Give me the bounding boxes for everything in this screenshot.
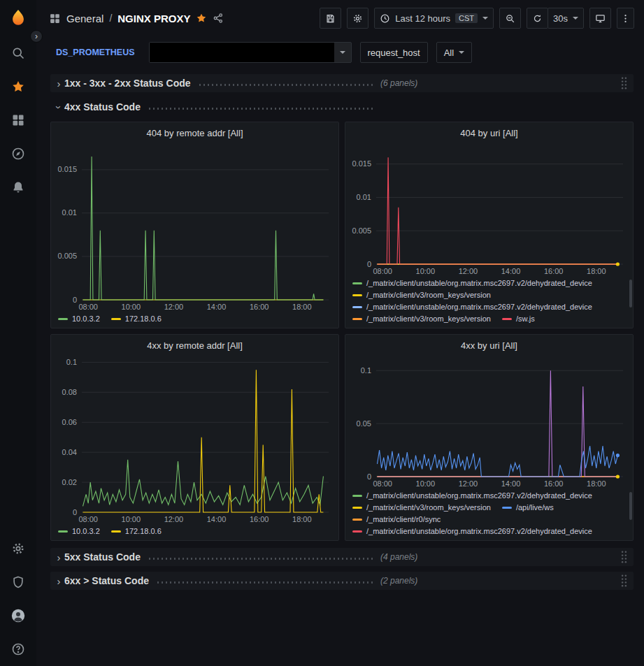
request-host-value-select[interactable]: All [436,42,472,63]
avatar [11,609,25,623]
drag-handle-icon[interactable] [620,574,628,588]
legend-scrollbar[interactable] [629,280,632,307]
breadcrumb-section[interactable]: General [66,13,103,24]
dashboard-settings-button[interactable] [347,8,368,29]
legend-label: 10.0.3.2 [72,314,100,323]
row-1xx-3xx-2xx[interactable]: › 1xx - 3xx - 2xx Status Code (6 panels) [50,74,634,92]
share-icon[interactable] [213,13,224,24]
panel-legend: 10.0.3.2172.18.0.6 [51,525,338,540]
svg-text:18:00: 18:00 [587,479,606,488]
sidebar-item-server-admin[interactable] [0,565,36,599]
row-4xx[interactable]: › 4xx Status Code [50,98,634,116]
legend-item[interactable]: /_matrix/client/v3/room_keys/version [352,503,491,512]
zoom-out-button[interactable] [499,8,521,29]
row-5xx[interactable]: › 5xx Status Code (4 panels) [50,548,634,566]
svg-text:0.06: 0.06 [62,418,77,426]
row-panel-count: (2 panels) [380,576,417,586]
legend-item[interactable]: 10.0.3.2 [58,314,100,323]
tv-mode-button[interactable] [589,8,611,29]
legend-item[interactable]: /_matrix/client/unstable/org.matrix.msc2… [352,491,592,500]
legend-label: /_matrix/client/v3/room_keys/version [366,291,491,299]
grafana-logo[interactable] [0,0,36,36]
legend-item[interactable]: /_matrix/client/v3/room_keys/version [352,291,491,299]
legend-item[interactable]: 172.18.0.6 [111,314,162,323]
timeseries-chart[interactable]: 00.050.108:0010:0012:0014:0016:0018:00 [345,352,633,489]
sidebar-collapse-button[interactable]: › [30,30,43,43]
legend-swatch [352,306,362,308]
sidebar-item-help[interactable] [0,632,36,666]
legend-swatch [58,530,68,533]
dashboard-grid-icon [49,13,61,24]
save-dashboard-button[interactable] [320,8,341,29]
legend-item[interactable]: /_matrix/client/v3/room_keys/version [352,314,491,323]
sidebar-item-search[interactable] [0,36,36,70]
legend-label: /_matrix/client/v3/room_keys/version [366,503,491,512]
svg-text:0.05: 0.05 [357,419,371,428]
panel-4xx-by-uri: 4xx by uri [All] 00.050.108:0010:0012:00… [345,334,634,541]
legend-swatch [111,318,121,320]
timeseries-chart[interactable]: 00.020.040.060.080.108:0010:0012:0014:00… [51,352,338,525]
row-6xx[interactable]: › 6xx > Status Code (2 panels) [50,572,634,590]
panel-404-by-remote-addr: 404 by remote addr [All] 00.0050.010.015… [50,122,339,328]
svg-text:0: 0 [367,472,371,481]
svg-text:16:00: 16:00 [544,267,564,275]
sidebar-item-alerting[interactable] [0,171,36,204]
refresh-interval-select[interactable]: 30s [548,8,584,29]
svg-text:0.04: 0.04 [62,448,77,456]
panel-title[interactable]: 404 by uri [All] [345,122,633,140]
row-title: 1xx - 3xx - 2xx Status Code [64,78,191,89]
favorite-star-icon[interactable] [196,13,207,24]
timeseries-chart[interactable]: 00.0050.010.01508:0010:0012:0014:0016:00… [345,140,633,277]
legend-label: 10.0.3.2 [72,527,100,535]
drag-handle-icon[interactable] [620,550,628,564]
svg-text:0.1: 0.1 [361,366,371,375]
sidebar-item-explore[interactable] [0,137,36,171]
legend-scrollbar[interactable] [629,492,632,520]
request-host-value: All [444,48,454,58]
datasource-value-select[interactable] [149,42,352,63]
svg-text:0.015: 0.015 [57,165,77,173]
refresh-button[interactable] [527,8,548,29]
sidebar-item-dashboards[interactable] [0,103,36,137]
sidebar-item-starred[interactable] [0,70,36,103]
toolbar: Last 12 hours CST 30s [320,8,634,29]
legend-item[interactable]: /sw.js [502,314,535,323]
legend-item[interactable]: /_matrix/client/unstable/org.matrix.msc2… [352,303,592,311]
legend-swatch [502,507,512,509]
chevron-down-icon [573,17,578,20]
datasource-variable-label[interactable]: DS_PROMETHEUS [50,43,141,61]
svg-text:12:00: 12:00 [164,515,184,523]
legend-swatch [352,495,362,497]
redacted-value [150,43,334,62]
sidebar-item-settings[interactable] [0,532,36,565]
panel-grid: 404 by remote addr [All] 00.0050.010.015… [50,122,634,541]
panel-title[interactable]: 4xx by remote addr [All] [51,335,338,352]
legend-swatch [352,282,362,284]
clock-icon [380,13,390,24]
monitor-icon [595,13,606,24]
grafana-app: › [0,0,644,666]
svg-text:0: 0 [73,296,77,304]
legend-swatch [352,530,362,533]
panel-title[interactable]: 404 by remote addr [All] [51,122,338,140]
time-range-label: Last 12 hours [395,13,450,24]
more-options-button[interactable] [617,8,634,29]
chevron-right-icon: › [53,78,64,89]
legend-item[interactable]: /_matrix/client/unstable/org.matrix.msc2… [352,279,592,287]
sidebar-item-profile[interactable] [0,599,36,632]
gear-icon [352,13,363,24]
legend-item[interactable]: /_matrix/client/unstable/org.matrix.msc2… [352,527,592,535]
timeseries-chart[interactable]: 00.0050.010.01508:0010:0012:0014:0016:00… [51,140,338,312]
row-title-group: 1xx - 3xx - 2xx Status Code [64,78,380,89]
drag-handle-icon[interactable] [620,76,628,90]
dashboard-title[interactable]: NGINX PROXY [117,13,190,24]
legend-item[interactable]: 10.0.3.2 [58,527,100,535]
legend-swatch [352,318,362,320]
legend-item[interactable]: /_matrix/client/r0/sync [352,515,441,523]
legend-item[interactable]: /api/live/ws [502,503,554,512]
chevron-down-icon [482,17,488,20]
time-range-picker[interactable]: Last 12 hours CST [374,8,494,29]
legend-item[interactable]: 172.18.0.6 [111,527,162,535]
panel-title[interactable]: 4xx by uri [All] [345,335,633,352]
legend-label: /_matrix/client/unstable/org.matrix.msc2… [366,527,592,535]
